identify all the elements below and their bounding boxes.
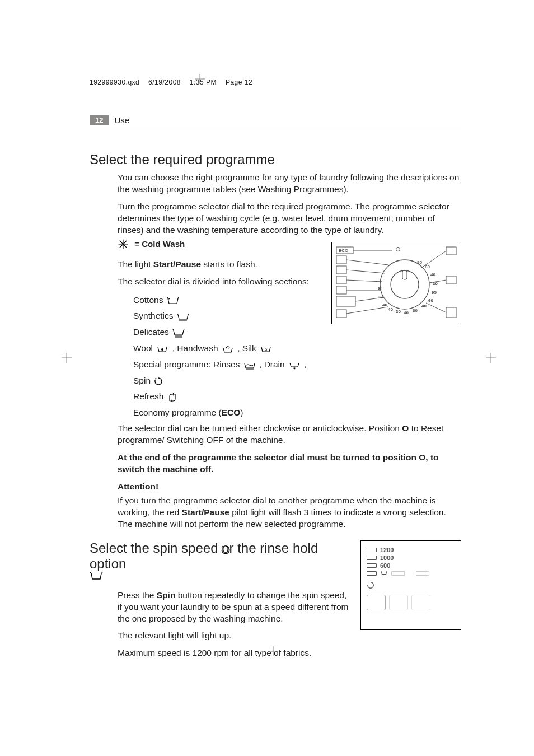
meta-date: 6/19/2008: [148, 78, 181, 86]
refresh-icon: [167, 393, 177, 406]
svg-rect-11: [402, 270, 407, 279]
svg-point-10: [391, 270, 419, 298]
svg-rect-16: [336, 296, 355, 306]
list-item: Refresh: [133, 390, 321, 406]
svg-line-26: [346, 307, 388, 314]
silk-icon: S: [260, 344, 272, 358]
svg-rect-20: [446, 307, 456, 318]
svg-text:40: 40: [430, 272, 435, 277]
paragraph: The selector dial is divided into follow…: [118, 276, 321, 288]
rinsehold-small-icon: [380, 570, 388, 577]
registration-mark-right: [484, 351, 498, 365]
wool-icon: [156, 344, 168, 358]
heading-select-spin: Select the spin speed or the rinse hold …: [90, 540, 350, 585]
svg-text:S: S: [265, 347, 268, 351]
meta-page: Page 12: [226, 78, 252, 86]
spin-icon: [154, 376, 163, 390]
list-item: Delicates: [133, 325, 321, 342]
svg-text:30: 30: [396, 309, 401, 314]
meta-file: 192999930.qxd: [90, 78, 139, 86]
svg-text:60: 60: [413, 308, 418, 313]
section-title: Use: [114, 115, 129, 125]
svg-text:30: 30: [378, 295, 383, 300]
list-item: Synthetics: [133, 309, 321, 325]
svg-text:40: 40: [404, 310, 409, 315]
attention-label: Attention!: [118, 481, 461, 493]
content-area: Select the required programme You can ch…: [90, 152, 461, 665]
svg-rect-15: [336, 286, 346, 294]
programme-list: Cottons Synthetics Delicates Wool: [133, 293, 321, 420]
panel-button: [389, 595, 408, 610]
drain-icon: [288, 361, 301, 374]
paragraph: Turn the programme selector dial to the …: [118, 201, 461, 236]
paragraph-bold: At the end of the programme the selector…: [118, 452, 461, 475]
svg-rect-13: [336, 266, 346, 274]
snowflake-icon: [118, 239, 129, 253]
cold-wash-label: = Cold Wash: [134, 239, 185, 249]
svg-line-29: [426, 303, 446, 312]
paragraph: Maximum speed is 1200 rpm for all type o…: [118, 647, 350, 659]
list-item: Economy programme (ECO): [133, 406, 321, 419]
registration-mark-left: [59, 351, 74, 365]
svg-text:40: 40: [421, 304, 427, 309]
svg-rect-17: [336, 310, 346, 318]
spin-icon: [221, 543, 231, 558]
dial-eco-label: ECO: [339, 248, 348, 253]
page-number-box: 12: [90, 115, 109, 125]
svg-point-7: [396, 247, 400, 251]
paragraph: Press the Spin button repeatedly to chan…: [118, 590, 350, 625]
spin-speed-panel-diagram: 1200 1000 600: [360, 540, 461, 630]
svg-text:60: 60: [428, 298, 433, 303]
rinse-icon: [243, 361, 256, 374]
svg-line-21: [346, 260, 388, 265]
speed-600: 600: [380, 562, 390, 569]
svg-point-4: [161, 348, 163, 351]
svg-text:30: 30: [433, 281, 438, 286]
svg-text:95: 95: [432, 290, 437, 295]
svg-text:95: 95: [417, 260, 422, 265]
washtub-icon: [167, 296, 179, 309]
paragraph: The relevant light will light up.: [118, 630, 350, 642]
paragraph: You can choose the right programme for a…: [118, 172, 461, 195]
document-page: 192999930.qxd 6/19/2008 1:35 PM Page 12 …: [0, 0, 534, 756]
panel-button: [367, 595, 386, 610]
paragraph: The light Start/Pause starts to flash.: [118, 259, 321, 270]
heading-select-programme: Select the required programme: [90, 152, 461, 167]
meta-time: 1:35 PM: [190, 78, 217, 86]
list-item: Wool , Handwash , Silk S: [133, 342, 321, 358]
svg-text:40: 40: [388, 307, 393, 312]
washtub-bar-icon: [177, 312, 189, 325]
running-head: 12 Use: [90, 115, 461, 129]
handwash-icon: [222, 344, 234, 358]
svg-rect-12: [336, 256, 346, 264]
svg-line-28: [429, 280, 446, 283]
speed-1200: 1200: [380, 547, 394, 553]
prepress-meta: 192999930.qxd 6/19/2008 1:35 PM Page 12: [90, 78, 252, 86]
spin-small-icon: [367, 581, 455, 590]
paragraph: If you turn the programme selector dial …: [118, 495, 461, 530]
svg-text:60: 60: [425, 264, 430, 269]
svg-rect-19: [446, 276, 456, 284]
washtub-double-bar-icon: [172, 328, 185, 342]
paragraph: The selector dial can be turned either c…: [118, 423, 461, 446]
speed-1000: 1000: [380, 554, 394, 561]
rinsehold-icon: [90, 570, 350, 585]
list-item: Cottons: [133, 293, 321, 310]
svg-line-23: [346, 280, 382, 282]
panel-button: [411, 595, 430, 610]
programme-dial-diagram: ECO: [331, 242, 461, 324]
list-item: Special programme: Rinses , Drain , Spin: [133, 358, 321, 390]
svg-rect-18: [446, 247, 456, 255]
svg-line-22: [346, 270, 385, 273]
svg-rect-14: [336, 276, 346, 284]
svg-text:40: 40: [382, 302, 387, 307]
svg-text:✱: ✱: [378, 286, 382, 291]
